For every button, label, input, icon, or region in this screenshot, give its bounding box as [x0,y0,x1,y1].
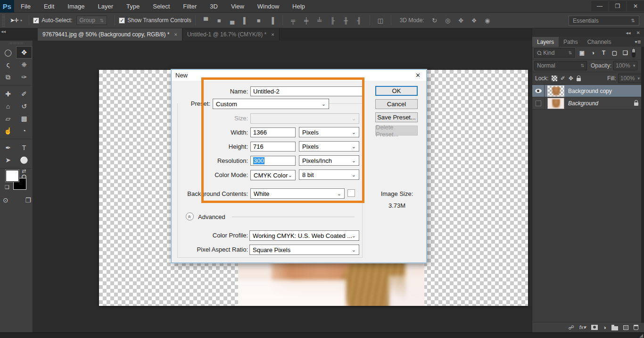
menu-item-3d[interactable]: 3D [203,0,224,13]
height-input[interactable] [250,142,296,152]
layer-filter-toggle[interactable] [632,48,636,58]
new-group-icon[interactable] [611,326,618,330]
align-top-icon[interactable]: ▀ [201,17,211,24]
menu-item-layer[interactable]: Layer [91,0,120,13]
lock-pixels-icon[interactable]: ✐ [561,75,565,82]
preset-select[interactable]: Custom ⌄ [213,99,329,109]
eraser-tool[interactable]: ▱ [0,112,16,125]
distribute-right-icon[interactable]: ╢ [354,17,364,24]
height-unit-select[interactable]: Pixels ⌄ [299,141,359,152]
distribute-bottom-icon[interactable]: ╧ [314,17,325,24]
distribute-top-icon[interactable]: ╤ [288,17,298,24]
type-tool[interactable]: T [16,142,32,154]
pixel-aspect-ratio-select[interactable]: Square Pixels ⌄ [249,245,359,255]
move-tool[interactable]: ✥ [16,46,32,59]
3d-drag-icon[interactable]: ✥ [456,17,466,24]
align-hcenter-icon[interactable]: ■ [254,17,264,24]
panel-scrollbar[interactable] [641,47,644,323]
align-vcenter-icon[interactable]: ■ [214,17,224,24]
tab-channels[interactable]: Channels [583,37,616,47]
tab-paths[interactable]: Paths [559,37,583,47]
layer-thumbnail[interactable] [547,85,564,97]
menu-item-view[interactable]: View [224,0,251,13]
tab-layers[interactable]: Layers [532,37,559,47]
lasso-tool[interactable]: ς [0,59,16,71]
layers-list-empty-area[interactable] [532,110,644,322]
layer-thumbnail[interactable] [547,98,564,109]
menu-item-type[interactable]: Type [120,0,146,13]
resize-grip-icon[interactable]: ◢ [639,333,643,338]
menu-item-window[interactable]: Window [251,0,286,13]
options-grip[interactable] [2,14,5,26]
3d-rotate-icon[interactable]: ↻ [429,17,440,24]
color-depth-select[interactable]: 8 bit ⌄ [299,169,359,180]
smudge-tool[interactable]: ☝ [0,125,16,137]
ok-button[interactable]: OK [375,86,418,96]
crop-tool[interactable]: ⧉ [0,71,16,83]
toolbar-grip[interactable] [10,42,23,44]
blend-mode-select[interactable]: Normal ⇅ [534,61,587,70]
width-unit-select[interactable]: Pixels ⌄ [299,127,359,137]
group-select[interactable]: Group ⇅ [76,16,107,25]
align-left-icon[interactable]: ▌ [240,17,251,24]
background-color-chip[interactable] [347,189,355,197]
minimize-button[interactable]: — [591,1,608,11]
link-layers-icon[interactable]: ☍ [569,324,574,331]
filter-pixel-layers-icon[interactable]: ▣ [578,50,586,56]
color-mode-select[interactable]: CMYK Color ⌄ [250,170,296,180]
align-bottom-icon[interactable]: ▄ [227,17,238,24]
save-preset-button[interactable]: Save Preset... [375,112,418,122]
tool-preset-arrow-icon[interactable]: ▾ [20,18,22,23]
healing-brush-tool[interactable]: ✚ [0,88,16,100]
close-panel-icon[interactable]: ✕ [636,30,640,35]
filter-smart-objects-icon[interactable]: ❏ [621,50,630,56]
menu-item-edit[interactable]: Edit [37,0,61,13]
auto-select-checkbox[interactable]: ✓ [33,17,39,24]
lock-position-icon[interactable]: ✥ [569,75,573,82]
visibility-eye-icon[interactable] [535,89,542,93]
cancel-button[interactable]: Cancel [375,99,418,109]
lock-all-icon[interactable] [577,78,581,81]
menu-item-help[interactable]: Help [286,0,312,13]
delete-layer-icon[interactable] [634,325,638,330]
default-colors-icon[interactable]: ❏ [5,184,9,190]
visibility-empty-icon[interactable] [536,101,541,106]
document-tab-1[interactable]: 97679441.jpg @ 50% (Background copy, RGB… [38,28,182,41]
move-tool-icon[interactable]: ➤✛ [10,17,18,24]
filter-shape-layers-icon[interactable]: ▢ [610,50,619,56]
filter-type-layers-icon[interactable]: T [599,50,608,56]
fill-field[interactable]: 100% ▾ [618,74,642,83]
clone-stamp-tool[interactable]: ⌂ [0,100,16,112]
menu-item-image[interactable]: Image [61,0,91,13]
3d-slide-icon[interactable]: ❖ [469,17,479,24]
ellipse-tool[interactable]: ⚪ [16,154,32,166]
menu-item-filter[interactable]: Filter [176,0,203,13]
restore-button[interactable]: ❐ [609,1,626,11]
align-right-icon[interactable]: ▐ [267,17,277,24]
eyedropper-tool[interactable]: ✑ [16,71,32,83]
layer-style-icon[interactable]: fx▾ [579,324,586,330]
brush-tool[interactable]: ✐ [16,88,32,100]
pen-tool[interactable]: ✒ [0,142,16,154]
adjustment-layer-icon[interactable]: ◑ [603,324,606,331]
gradient-tool[interactable]: ▩ [16,112,32,125]
dodge-tool[interactable]: ◔ [16,125,32,137]
distribute-left-icon[interactable]: ╟ [328,17,338,24]
quick-mask-icon[interactable]: ⊙ [3,196,8,204]
advanced-collapse-icon[interactable]: « [186,212,194,220]
layer-name[interactable]: Background [568,100,598,107]
screen-mode-icon[interactable]: ❐ [25,196,31,204]
layer-name[interactable]: Background copy [568,88,612,94]
document-tab-2[interactable]: Untitled-1 @ 16.7% (CMYK/8) * × [182,28,280,41]
quick-selection-tool[interactable]: ❈ [16,59,32,71]
add-layer-mask-icon[interactable] [591,325,598,330]
dialog-title-bar[interactable]: New ✕ [172,70,426,81]
filter-adjustment-layers-icon[interactable]: ◑ [588,50,597,56]
show-transform-checkbox[interactable]: ✓ [119,17,125,24]
dialog-close-icon[interactable]: ✕ [413,72,422,79]
panel-menu-icon[interactable]: ▾≣ [632,37,644,47]
background-contents-select[interactable]: White ⌄ [250,188,345,199]
tab-close-icon[interactable]: × [271,32,274,37]
3d-roll-icon[interactable]: ◎ [443,17,453,24]
opacity-field[interactable]: 100% ▾ [613,61,637,70]
